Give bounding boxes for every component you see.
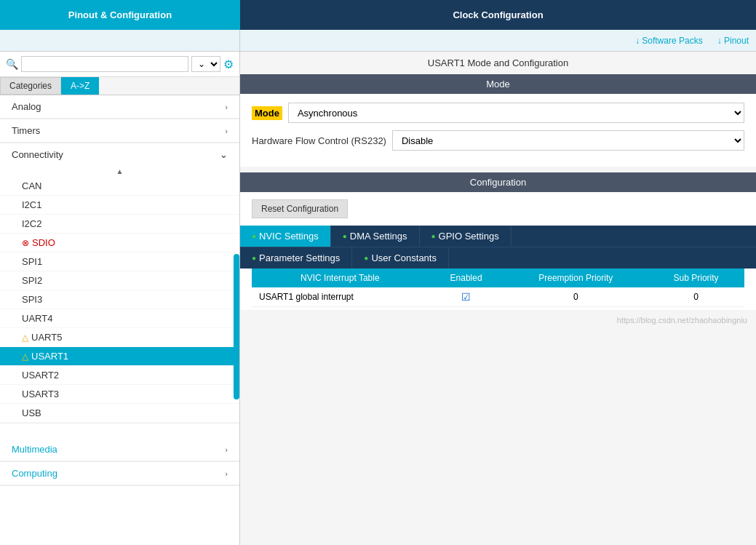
sdio-label: SDIO: [32, 237, 55, 248]
scroll-up-indicator: ▲: [0, 166, 239, 177]
usb-label: USB: [22, 407, 41, 418]
nvic-col-name: NVIC Interrupt Table: [252, 268, 429, 287]
sidebar: 🔍 ⌄ ⚙ Categories A->Z Analog ›: [0, 52, 240, 545]
sidebar-child-spi2[interactable]: SPI2: [0, 271, 239, 290]
computing-label: Computing: [12, 468, 57, 479]
multimedia-label: Multimedia: [12, 444, 57, 455]
config-tabs-row1: ● NVIC Settings ● DMA Settings ● GPIO Se…: [240, 226, 756, 247]
dma-tab-label: DMA Settings: [350, 231, 407, 242]
sidebar-child-spi3[interactable]: SPI3: [0, 290, 239, 309]
sidebar-child-usart1[interactable]: △ USART1: [0, 347, 239, 366]
pinout-header[interactable]: Pinout & Configuration: [0, 0, 240, 30]
nvic-table: NVIC Interrupt Table Enabled Preemption …: [252, 268, 744, 307]
sidebar-child-sdio[interactable]: ⊗ SDIO: [0, 234, 239, 252]
tab-gpio-settings[interactable]: ● GPIO Settings: [420, 226, 512, 247]
sidebar-item-multimedia[interactable]: Multimedia ›: [0, 438, 239, 461]
sub-header-right: ↓ Software Packs ↓ Pinout: [240, 30, 756, 51]
sidebar-child-spi1[interactable]: SPI1: [0, 252, 239, 271]
pinout-link[interactable]: ↓ Pinout: [717, 36, 749, 46]
main-content: USART1 Mode and Configuration Mode Mode …: [240, 52, 756, 545]
section-multimedia: Multimedia ›: [0, 438, 239, 462]
connectivity-children: ▲ CAN I2C1 I2C2 ⊗ SDIO SPI1: [0, 166, 239, 423]
warn-triangle-icon: △: [22, 333, 28, 343]
software-packs-link[interactable]: ↓ Software Packs: [635, 36, 703, 46]
sidebar-item-timers[interactable]: Timers ›: [0, 119, 239, 143]
usart1-label: USART1: [31, 351, 68, 362]
sidebar-item-computing[interactable]: Computing ›: [0, 462, 239, 485]
config-section: Configuration Reset Configuration ● NVIC…: [240, 172, 756, 310]
nvic-tab-label: NVIC Settings: [259, 231, 319, 242]
mode-select[interactable]: Asynchronous: [288, 103, 744, 123]
nvic-row-name: USART1 global interrupt: [252, 287, 429, 307]
sidebar-item-analog[interactable]: Analog ›: [0, 95, 239, 119]
gpio-tab-label: GPIO Settings: [439, 231, 499, 242]
green-dot-dma: ●: [343, 232, 347, 240]
usart2-label: USART2: [22, 370, 59, 381]
mode-section-header: Mode: [240, 74, 756, 94]
sidebar-item-connectivity[interactable]: Connectivity ⌄: [0, 143, 239, 166]
checkbox-checked-icon[interactable]: ☑: [461, 291, 471, 303]
nvic-col-enabled: Enabled: [429, 268, 504, 287]
uart5-label: UART5: [31, 332, 62, 343]
nvic-row-enabled[interactable]: ☑: [429, 287, 504, 307]
clock-header[interactable]: Clock Configuration: [240, 0, 756, 30]
param-tab-label: Parameter Settings: [259, 252, 340, 263]
connectivity-label: Connectivity: [12, 149, 63, 160]
tab-dma-settings[interactable]: ● DMA Settings: [331, 226, 420, 247]
sidebar-child-i2c1[interactable]: I2C1: [0, 196, 239, 215]
chevron-right-icon: ›: [225, 103, 228, 111]
tab-categories[interactable]: Categories: [0, 77, 61, 95]
i2c2-label: I2C2: [22, 218, 41, 229]
gear-icon[interactable]: ⚙: [223, 57, 234, 71]
sidebar-child-i2c2[interactable]: I2C2: [0, 215, 239, 234]
can-label: CAN: [22, 180, 41, 191]
section-computing: Computing ›: [0, 462, 239, 486]
content-title: USART1 Mode and Configuration: [240, 52, 756, 74]
search-input[interactable]: [21, 56, 188, 72]
search-bar: 🔍 ⌄ ⚙: [0, 52, 239, 77]
section-connectivity: Connectivity ⌄ ▲ CAN I2C1 I2C2 ⊗: [0, 143, 239, 423]
tab-param-settings[interactable]: ● Parameter Settings: [240, 247, 352, 268]
uart4-label: UART4: [22, 313, 52, 324]
sidebar-child-usart2[interactable]: USART2: [0, 366, 239, 385]
spi3-label: SPI3: [22, 294, 42, 305]
section-analog: Analog ›: [0, 95, 239, 119]
chevron-right-icon-2: ›: [225, 127, 228, 135]
sidebar-content: Analog › Timers › Connectivity ⌄ ▲: [0, 95, 239, 545]
chevron-right-icon-4: ›: [225, 469, 228, 478]
reset-config-button[interactable]: Reset Configuration: [252, 199, 348, 218]
watermark: https://blog.csdn.net/zhaohaobingniu: [240, 310, 756, 330]
sub-header: ↓ Software Packs ↓ Pinout: [0, 30, 756, 52]
chevron-down-icon: ⌄: [220, 149, 228, 160]
config-tabs-row2: ● Parameter Settings ● User Constants: [240, 247, 756, 268]
usart3-label: USART3: [22, 389, 59, 399]
sidebar-child-uart4[interactable]: UART4: [0, 309, 239, 328]
sidebar-scrollbar-thumb[interactable]: [234, 254, 239, 399]
nvic-col-preemption: Preemption Priority: [504, 268, 648, 287]
config-section-header: Configuration: [240, 172, 756, 192]
tab-az[interactable]: A->Z: [61, 77, 99, 95]
error-circle-icon: ⊗: [22, 238, 29, 248]
sidebar-child-uart5[interactable]: △ UART5: [0, 328, 239, 347]
sidebar-child-usb[interactable]: USB: [0, 404, 239, 423]
mode-row: Mode Asynchronous: [252, 103, 744, 123]
nvic-row-preemption: 0: [504, 287, 648, 307]
hwflow-label: Hardware Flow Control (RS232): [252, 135, 386, 146]
clock-title: Clock Configuration: [453, 9, 543, 20]
search-dropdown[interactable]: ⌄: [191, 56, 220, 72]
main-layout: 🔍 ⌄ ⚙ Categories A->Z Analog ›: [0, 52, 756, 545]
pinout-title: Pinout & Configuration: [68, 9, 172, 20]
tab-user-constants[interactable]: ● User Constants: [352, 247, 449, 268]
green-dot-param: ●: [252, 254, 256, 262]
tab-nvic-settings[interactable]: ● NVIC Settings: [240, 226, 331, 247]
spi1-label: SPI1: [22, 256, 42, 267]
sidebar-child-can[interactable]: CAN: [0, 177, 239, 196]
hwflow-row: Hardware Flow Control (RS232) Disable: [252, 130, 744, 151]
hwflow-select[interactable]: Disable: [392, 130, 744, 151]
green-dot-gpio: ●: [431, 232, 436, 240]
warn-triangle-icon-usart1: △: [22, 351, 28, 362]
sidebar-child-usart3[interactable]: USART3: [0, 385, 239, 404]
tab-bar: Categories A->Z: [0, 77, 239, 95]
spi2-label: SPI2: [22, 275, 42, 286]
chevron-right-icon-3: ›: [225, 445, 228, 454]
